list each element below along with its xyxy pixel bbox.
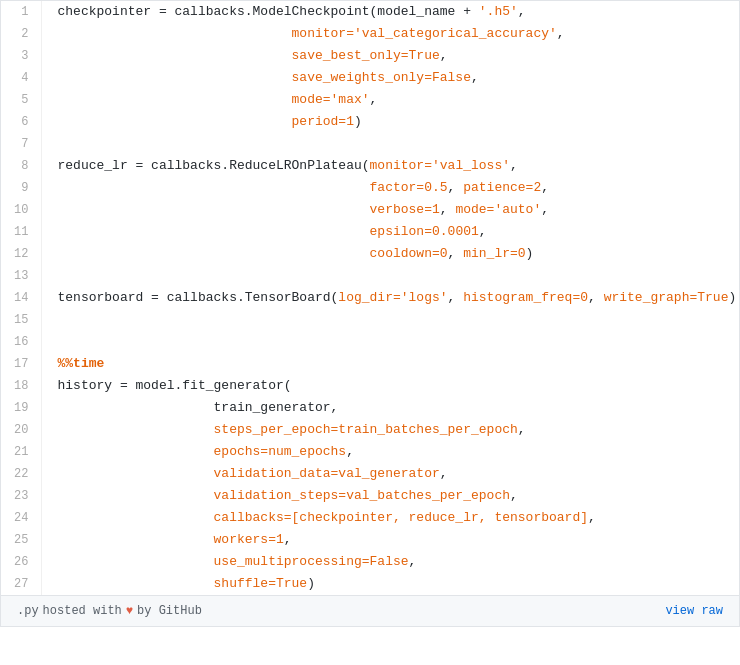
line-number: 7 <box>1 133 41 155</box>
table-row: 5 mode='max', <box>1 89 740 111</box>
table-row: 26 use_multiprocessing=False, <box>1 551 740 573</box>
table-row: 16 <box>1 331 740 353</box>
line-code: factor=0.5, patience=2, <box>41 177 740 199</box>
line-code <box>41 133 740 155</box>
line-code: validation_steps=val_batches_per_epoch, <box>41 485 740 507</box>
code-table: 1 checkpointer = callbacks.ModelCheckpoi… <box>1 1 740 595</box>
line-number: 24 <box>1 507 41 529</box>
line-code: callbacks=[checkpointer, reduce_lr, tens… <box>41 507 740 529</box>
table-row: 17 %%time <box>1 353 740 375</box>
line-code: verbose=1, mode='auto', <box>41 199 740 221</box>
line-number: 22 <box>1 463 41 485</box>
line-number: 20 <box>1 419 41 441</box>
table-row: 11 epsilon=0.0001, <box>1 221 740 243</box>
table-row: 22 validation_data=val_generator, <box>1 463 740 485</box>
table-row: 18 history = model.fit_generator( <box>1 375 740 397</box>
table-row: 2 monitor='val_categorical_accuracy', <box>1 23 740 45</box>
table-row: 15 <box>1 309 740 331</box>
line-code: period=1) <box>41 111 740 133</box>
line-code: cooldown=0, min_lr=0) <box>41 243 740 265</box>
table-row: 8 reduce_lr = callbacks.ReduceLROnPlatea… <box>1 155 740 177</box>
line-number: 9 <box>1 177 41 199</box>
table-row: 27 shuffle=True) <box>1 573 740 595</box>
line-number: 15 <box>1 309 41 331</box>
code-block: 1 checkpointer = callbacks.ModelCheckpoi… <box>0 0 740 627</box>
table-row: 20 steps_per_epoch=train_batches_per_epo… <box>1 419 740 441</box>
line-code: workers=1, <box>41 529 740 551</box>
table-row: 6 period=1) <box>1 111 740 133</box>
line-code: epochs=num_epochs, <box>41 441 740 463</box>
line-code: use_multiprocessing=False, <box>41 551 740 573</box>
line-code: shuffle=True) <box>41 573 740 595</box>
line-number: 2 <box>1 23 41 45</box>
line-number: 27 <box>1 573 41 595</box>
line-code: steps_per_epoch=train_batches_per_epoch, <box>41 419 740 441</box>
line-number: 6 <box>1 111 41 133</box>
line-code: validation_data=val_generator, <box>41 463 740 485</box>
view-raw-link[interactable]: view raw <box>665 604 723 618</box>
line-number: 16 <box>1 331 41 353</box>
line-number: 21 <box>1 441 41 463</box>
line-number: 8 <box>1 155 41 177</box>
line-code: checkpointer = callbacks.ModelCheckpoint… <box>41 1 740 23</box>
table-row: 14 tensorboard = callbacks.TensorBoard(l… <box>1 287 740 309</box>
line-number: 3 <box>1 45 41 67</box>
table-row: 10 verbose=1, mode='auto', <box>1 199 740 221</box>
line-code: save_weights_only=False, <box>41 67 740 89</box>
table-row: 3 save_best_only=True, <box>1 45 740 67</box>
line-number: 4 <box>1 67 41 89</box>
line-code <box>41 309 740 331</box>
table-row: 9 factor=0.5, patience=2, <box>1 177 740 199</box>
footer: .py hosted with ♥ by GitHub view raw <box>1 595 739 626</box>
line-number: 19 <box>1 397 41 419</box>
footer-left: .py hosted with ♥ by GitHub <box>17 604 202 618</box>
table-row: 1 checkpointer = callbacks.ModelCheckpoi… <box>1 1 740 23</box>
file-extension: .py <box>17 604 39 618</box>
line-code: save_best_only=True, <box>41 45 740 67</box>
heart-icon: ♥ <box>126 604 133 618</box>
line-code: epsilon=0.0001, <box>41 221 740 243</box>
line-code: mode='max', <box>41 89 740 111</box>
line-code: history = model.fit_generator( <box>41 375 740 397</box>
line-code <box>41 265 740 287</box>
table-row: 19 train_generator, <box>1 397 740 419</box>
line-code <box>41 331 740 353</box>
table-row: 21 epochs=num_epochs, <box>1 441 740 463</box>
table-row: 23 validation_steps=val_batches_per_epoc… <box>1 485 740 507</box>
table-row: 7 <box>1 133 740 155</box>
line-number: 13 <box>1 265 41 287</box>
table-row: 25 workers=1, <box>1 529 740 551</box>
table-row: 24 callbacks=[checkpointer, reduce_lr, t… <box>1 507 740 529</box>
by-github-text: by GitHub <box>137 604 202 618</box>
line-code: train_generator, <box>41 397 740 419</box>
line-number: 5 <box>1 89 41 111</box>
line-number: 11 <box>1 221 41 243</box>
line-number: 25 <box>1 529 41 551</box>
line-number: 12 <box>1 243 41 265</box>
line-number: 23 <box>1 485 41 507</box>
table-row: 12 cooldown=0, min_lr=0) <box>1 243 740 265</box>
line-code: monitor='val_categorical_accuracy', <box>41 23 740 45</box>
table-row: 4 save_weights_only=False, <box>1 67 740 89</box>
line-code: reduce_lr = callbacks.ReduceLROnPlateau(… <box>41 155 740 177</box>
line-code: tensorboard = callbacks.TensorBoard(log_… <box>41 287 740 309</box>
hosted-text: hosted with <box>43 604 122 618</box>
line-number: 10 <box>1 199 41 221</box>
line-number: 1 <box>1 1 41 23</box>
line-number: 18 <box>1 375 41 397</box>
line-code: %%time <box>41 353 740 375</box>
line-number: 14 <box>1 287 41 309</box>
line-number: 17 <box>1 353 41 375</box>
line-number: 26 <box>1 551 41 573</box>
table-row: 13 <box>1 265 740 287</box>
